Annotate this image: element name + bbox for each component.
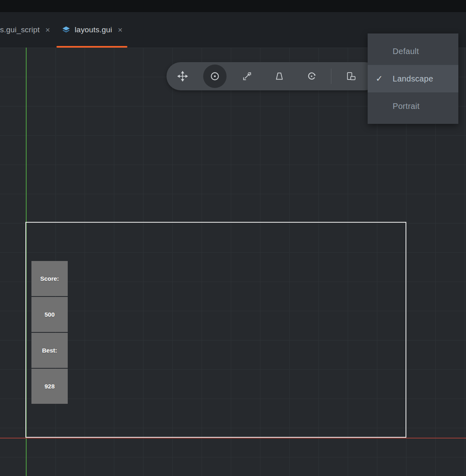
menu-item-label: Portrait (393, 102, 420, 111)
menu-item-default[interactable]: Default (368, 38, 458, 65)
checkmark-icon: ✓ (376, 74, 393, 84)
close-icon[interactable]: × (46, 26, 50, 34)
frustum-icon-button[interactable] (263, 62, 295, 90)
x-axis-line (0, 438, 466, 438)
menu-item-label: Default (393, 47, 419, 56)
editor-window: s.gui_script × layouts.gui × Score: 500 … (0, 0, 466, 476)
tab-label: layouts.gui (75, 25, 112, 34)
move-tool-button[interactable] (166, 62, 199, 90)
tab-label: s.gui_script (0, 25, 40, 34)
rotate-view-icon (300, 65, 323, 88)
scale-tool-icon (235, 65, 259, 88)
frustum-icon (268, 65, 291, 88)
layout-dropdown-menu: Default ✓ Landscape Portrait (368, 33, 458, 124)
orientation-button[interactable] (335, 62, 367, 90)
gui-node-best-label[interactable]: Best: (31, 333, 68, 368)
tab-layouts-gui[interactable]: layouts.gui × (56, 12, 128, 48)
gui-node-score-value[interactable]: 500 (31, 297, 68, 332)
rotate-tool-icon (203, 65, 227, 88)
layers-icon (61, 25, 71, 35)
gui-scene-bounds (25, 222, 406, 438)
toolbar-separator (331, 69, 331, 84)
close-icon[interactable]: × (118, 26, 123, 34)
gui-node-stack: Score: 500 Best: 928 (31, 261, 68, 405)
rotate-tool-button[interactable] (199, 62, 231, 90)
gui-node-score-label[interactable]: Score: (31, 261, 68, 296)
menu-item-landscape[interactable]: ✓ Landscape (368, 65, 458, 92)
orientation-icon (339, 65, 362, 88)
titlebar (0, 0, 466, 12)
rotate-view-button[interactable] (295, 62, 328, 90)
scale-tool-button[interactable] (231, 62, 263, 90)
menu-item-label: Landscape (393, 74, 433, 84)
move-tool-icon (171, 65, 194, 88)
tab-gui-script[interactable]: s.gui_script × (0, 12, 56, 48)
scene-toolbar (166, 62, 379, 90)
gui-node-best-value[interactable]: 928 (31, 369, 68, 404)
menu-item-portrait[interactable]: Portrait (368, 92, 458, 120)
